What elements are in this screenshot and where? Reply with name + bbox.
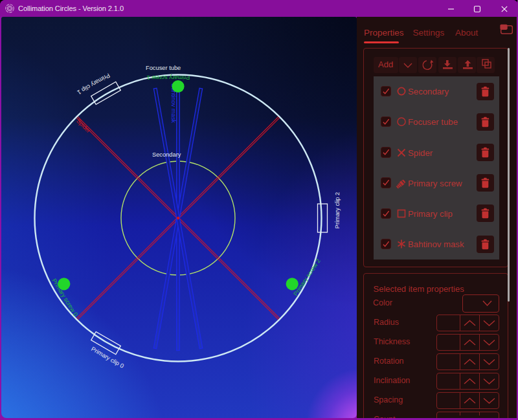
svg-text:Focuser tube: Focuser tube: [146, 65, 181, 71]
svg-text:Primary screw 1: Primary screw 1: [147, 74, 190, 81]
svg-text:Primary clip 1: Primary clip 1: [76, 72, 111, 96]
svg-text:Spider: Spider: [75, 118, 91, 134]
svg-text:Primary clip 2: Primary clip 2: [334, 192, 341, 228]
svg-text:Secondary: Secondary: [152, 151, 181, 158]
svg-text:Primary screw 2: Primary screw 2: [292, 258, 322, 297]
